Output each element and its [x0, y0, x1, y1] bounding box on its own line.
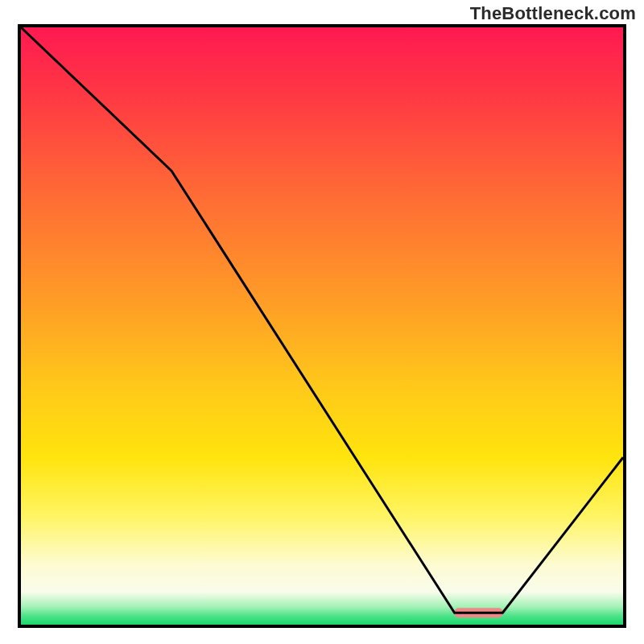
chart-container: TheBottleneck.com	[0, 0, 644, 644]
chart-svg	[0, 0, 644, 644]
heat-background	[21, 27, 623, 625]
plot-area	[21, 27, 623, 625]
